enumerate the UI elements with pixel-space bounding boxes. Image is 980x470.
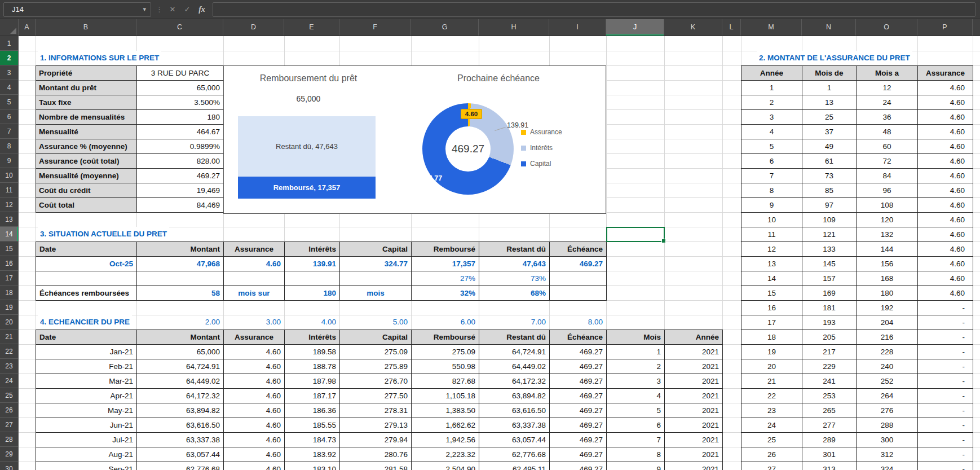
assurance-cell[interactable]: -	[918, 374, 973, 389]
schedule-cell[interactable]: 64,449.02	[479, 359, 550, 374]
schedule-cell[interactable]: 2021	[665, 374, 723, 389]
assurance-cell[interactable]: 120	[857, 213, 918, 227]
assurance-cell[interactable]: 264	[857, 389, 918, 403]
assurance-cell[interactable]: 180	[857, 286, 918, 301]
assurance-cell[interactable]: 252	[857, 374, 918, 389]
assurance-cell[interactable]: 204	[857, 315, 918, 330]
assurance-cell[interactable]: 205	[802, 330, 857, 345]
schedule-cell[interactable]: 2021	[665, 403, 723, 418]
assurance-cell[interactable]: 6	[741, 154, 802, 169]
column-header-D[interactable]: D	[223, 19, 284, 36]
assurance-cell[interactable]: -	[918, 433, 973, 447]
assurance-cell[interactable]: 4.60	[918, 198, 973, 213]
assurance-cell[interactable]: 15	[741, 286, 802, 301]
assurance-cell[interactable]: 217	[802, 345, 857, 359]
situation-cell[interactable]	[550, 271, 607, 286]
schedule-cell[interactable]: 1,942.56	[412, 433, 479, 447]
schedule-cell[interactable]: 1	[607, 345, 665, 359]
row-header-7[interactable]: 7	[0, 124, 18, 139]
schedule-cell[interactable]: 63,057.44	[479, 433, 550, 447]
schedule-cell[interactable]: 1,383.50	[412, 403, 479, 418]
info-value-cell[interactable]: 19,469	[137, 183, 224, 198]
assurance-cell[interactable]: 3	[741, 110, 802, 125]
row-header-23[interactable]: 23	[0, 359, 18, 374]
schedule-cell[interactable]: Jul-21	[36, 433, 137, 447]
schedule-cell[interactable]: 189.58	[285, 345, 340, 359]
schedule-cell[interactable]: Feb-21	[36, 359, 137, 374]
row-header-1[interactable]: 1	[0, 36, 18, 51]
situation-cell[interactable]: 324.77	[340, 257, 412, 271]
info-value-cell[interactable]: 3.500%	[137, 95, 224, 110]
assurance-cell[interactable]: 4.60	[918, 213, 973, 227]
schedule-cell[interactable]: 4.60	[224, 462, 285, 470]
assurance-cell[interactable]: 168	[857, 271, 918, 286]
schedule-cell[interactable]: 64,172.32	[479, 374, 550, 389]
schedule-cell[interactable]: 275.89	[340, 359, 412, 374]
schedule-cell[interactable]: 3	[607, 374, 665, 389]
situation-cell[interactable]: mois	[340, 286, 412, 301]
schedule-cell[interactable]: May-21	[36, 403, 137, 418]
assurance-header-cell[interactable]: Assurance	[918, 66, 973, 81]
row-header-6[interactable]: 6	[0, 109, 18, 124]
schedule-cell[interactable]: 5	[607, 403, 665, 418]
situation-cell[interactable]: 27%	[412, 271, 479, 286]
assurance-cell[interactable]: -	[918, 330, 973, 345]
assurance-cell[interactable]: 23	[741, 403, 802, 418]
schedule-cell[interactable]: 469.27	[550, 403, 607, 418]
assurance-cell[interactable]: 37	[802, 125, 857, 139]
situation-cell[interactable]: 47,643	[479, 257, 550, 271]
info-label-cell[interactable]: Coût total	[36, 198, 137, 213]
situation-header-cell[interactable]: Assurance	[224, 242, 285, 257]
assurance-cell[interactable]: 1	[741, 81, 802, 95]
assurance-cell[interactable]: 72	[857, 154, 918, 169]
row-header-26[interactable]: 26	[0, 403, 18, 418]
schedule-cell[interactable]: Jun-21	[36, 418, 137, 433]
schedule-header-cell[interactable]: Mois	[607, 330, 665, 345]
row-header-30[interactable]: 30	[0, 462, 18, 470]
assurance-cell[interactable]: 4.60	[918, 154, 973, 169]
legend-item-assurance[interactable]: Assurance	[521, 124, 562, 140]
assurance-cell[interactable]: 229	[802, 359, 857, 374]
situation-cell[interactable]: 47,968	[137, 257, 224, 271]
assurance-cell[interactable]: 24	[857, 95, 918, 110]
schedule-cell[interactable]: 188.78	[285, 359, 340, 374]
assurance-cell[interactable]: 300	[857, 433, 918, 447]
situation-header-cell[interactable]: Date	[36, 242, 137, 257]
assurance-cell[interactable]: 289	[802, 433, 857, 447]
assurance-cell[interactable]: 265	[802, 403, 857, 418]
info-label-cell[interactable]: Nombre de mensualités	[36, 110, 137, 125]
schedule-cell[interactable]: 4.60	[224, 345, 285, 359]
situation-cell[interactable]: 58	[137, 286, 224, 301]
assurance-cell[interactable]: 4.60	[918, 227, 973, 242]
assurance-cell[interactable]: 240	[857, 359, 918, 374]
assurance-cell[interactable]: 61	[802, 154, 857, 169]
assurance-cell[interactable]: -	[918, 315, 973, 330]
schedule-cell[interactable]: 4.60	[224, 403, 285, 418]
confirm-icon[interactable]: ✓	[180, 5, 195, 14]
schedule-cell[interactable]: 63,616.50	[479, 403, 550, 418]
schedule-cell[interactable]: 4.60	[224, 447, 285, 462]
assurance-cell[interactable]: 4.60	[918, 110, 973, 125]
assurance-header-cell[interactable]: Année	[741, 66, 802, 81]
assurance-cell[interactable]: 216	[857, 330, 918, 345]
schedule-cell[interactable]: Aug-21	[36, 447, 137, 462]
column-header-L[interactable]: L	[722, 19, 741, 36]
assurance-cell[interactable]: 8	[741, 183, 802, 198]
row-header-29[interactable]: 29	[0, 447, 18, 462]
schedule-cell[interactable]: 9	[607, 462, 665, 470]
schedule-cell[interactable]: 184.73	[285, 433, 340, 447]
situation-cell[interactable]: 17,357	[412, 257, 479, 271]
schedule-cell[interactable]: 469.27	[550, 433, 607, 447]
assurance-cell[interactable]: 4.60	[918, 125, 973, 139]
assurance-cell[interactable]: 36	[857, 110, 918, 125]
column-header-H[interactable]: H	[479, 19, 549, 36]
assurance-cell[interactable]: 145	[802, 257, 857, 271]
assurance-cell[interactable]: 17	[741, 315, 802, 330]
schedule-cell[interactable]: 6	[607, 418, 665, 433]
assurance-cell[interactable]: -	[918, 403, 973, 418]
situation-header-cell[interactable]: Intérêts	[285, 242, 340, 257]
column-header-B[interactable]: B	[36, 19, 136, 36]
schedule-cell[interactable]: 64,724.91	[137, 359, 224, 374]
assurance-cell[interactable]: 301	[802, 447, 857, 462]
sheet-grid[interactable]: 1. INFORMATIONS SUR LE PRET2. MONTANT DE…	[19, 36, 980, 470]
